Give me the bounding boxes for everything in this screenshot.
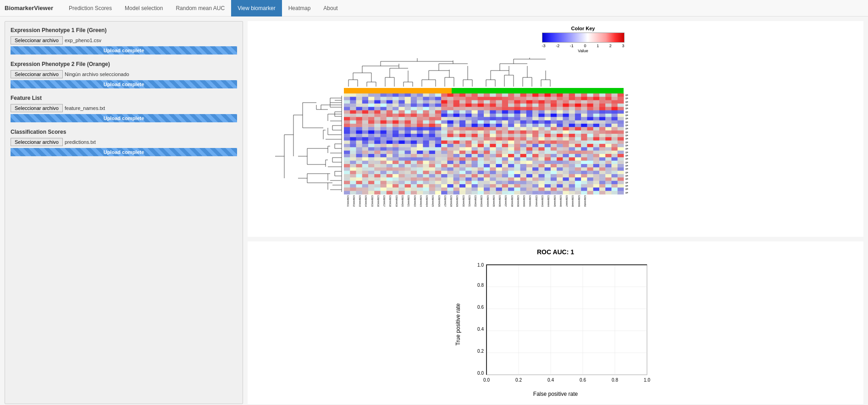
svg-rect-367 <box>417 110 423 114</box>
svg-rect-1326 <box>374 181 381 185</box>
svg-rect-815 <box>344 144 350 148</box>
svg-rect-582 <box>605 124 612 127</box>
nav-random-mean-auc[interactable]: Random mean AUC <box>169 0 231 16</box>
svg-rect-909 <box>356 151 363 154</box>
svg-rect-816 <box>350 144 356 148</box>
svg-rect-1356 <box>557 181 563 185</box>
svg-rect-1131 <box>587 164 593 168</box>
features-file-btn[interactable]: Seleccionar archivo <box>11 104 63 112</box>
svg-rect-1164 <box>508 167 514 171</box>
svg-rect-307 <box>611 104 618 107</box>
svg-rect-1418 <box>374 187 381 191</box>
svg-rect-214 <box>605 97 612 100</box>
svg-rect-688 <box>411 134 417 137</box>
svg-rect-448 <box>350 117 356 120</box>
svg-rect-1260 <box>532 174 539 178</box>
svg-rect-922 <box>435 151 442 154</box>
svg-rect-407 <box>381 114 387 117</box>
svg-rect-1209 <box>502 171 509 175</box>
svg-rect-596 <box>411 127 417 131</box>
color-key-gradient <box>542 33 625 43</box>
svg-rect-919 <box>417 151 423 154</box>
svg-rect-416 <box>435 114 442 117</box>
svg-rect-674 <box>605 131 612 134</box>
svg-rect-165 <box>587 93 593 97</box>
nav-view-biomarker[interactable]: View biomarker <box>231 0 282 16</box>
svg-rect-237 <box>465 100 472 104</box>
svg-rect-1487 <box>514 191 520 195</box>
svg-rect-466 <box>459 117 466 120</box>
x-tick-0: 0.0 <box>483 378 490 383</box>
svg-rect-1102 <box>411 164 417 168</box>
svg-rect-713 <box>563 134 569 137</box>
svg-rect-513 <box>465 120 472 124</box>
svg-rect-1428 <box>435 187 442 191</box>
svg-rect-496 <box>362 120 369 124</box>
svg-rect-749 <box>502 137 509 141</box>
svg-rect-1308 <box>545 177 551 181</box>
svg-rect-790 <box>471 141 478 144</box>
pheno2-input-row: Seleccionar archivo Ningún archivo selec… <box>11 70 237 78</box>
svg-rect-1062 <box>447 161 453 164</box>
svg-rect-1220 <box>569 171 575 175</box>
svg-rect-151 <box>502 93 509 97</box>
nav-model-selection[interactable]: Model selection <box>118 0 169 16</box>
svg-rect-1132 <box>593 164 600 168</box>
svg-rect-227 <box>405 100 411 104</box>
svg-rect-1335 <box>429 181 436 185</box>
svg-rect-864 <box>362 147 369 151</box>
nav-heatmap[interactable]: Heatmap <box>282 0 317 16</box>
svg-rect-335 <box>502 107 509 110</box>
svg-rect-1015 <box>441 157 448 161</box>
scores-file-btn[interactable]: Seleccionar archivo <box>11 138 63 146</box>
svg-rect-443 <box>599 114 606 117</box>
svg-rect-653 <box>478 131 484 134</box>
svg-rect-1282 <box>387 177 393 181</box>
features-filename: feature_names.txt <box>65 105 105 111</box>
svg-text:gene5: gene5 <box>625 107 628 109</box>
svg-rect-761 <box>575 137 581 141</box>
svg-rect-639 <box>393 131 399 134</box>
svg-rect-937 <box>526 151 533 154</box>
svg-rect-1109 <box>453 164 460 168</box>
svg-rect-822 <box>387 144 393 148</box>
svg-rect-694 <box>447 134 453 137</box>
svg-rect-1050 <box>374 161 381 164</box>
svg-rect-1486 <box>508 191 514 195</box>
svg-rect-701 <box>490 134 496 137</box>
svg-rect-1071 <box>502 161 509 164</box>
svg-rect-584 <box>618 124 624 127</box>
svg-rect-427 <box>502 114 509 117</box>
svg-rect-962 <box>398 154 405 158</box>
svg-rect-1170 <box>545 167 551 171</box>
svg-rect-1019 <box>465 157 472 161</box>
svg-rect-887 <box>502 147 509 151</box>
svg-rect-444 <box>605 114 612 117</box>
svg-rect-251 <box>551 100 557 104</box>
svg-rect-445 <box>611 114 618 117</box>
svg-rect-1087 <box>599 161 606 164</box>
svg-rect-1056 <box>411 161 417 164</box>
svg-rect-210 <box>581 97 587 100</box>
nav-prediction-scores[interactable]: Prediction Scores <box>62 0 118 16</box>
svg-text:gene8: gene8 <box>625 117 628 120</box>
svg-rect-757 <box>551 137 557 141</box>
svg-rect-1297 <box>478 177 484 181</box>
svg-rect-538 <box>618 120 624 124</box>
svg-rect-866 <box>374 147 381 151</box>
pheno-bar-orange <box>344 88 452 93</box>
svg-text:gene7: gene7 <box>625 114 628 116</box>
svg-rect-843 <box>514 144 520 148</box>
svg-rect-1154 <box>447 167 453 171</box>
nav-about[interactable]: About <box>317 0 344 16</box>
svg-rect-594 <box>398 127 405 131</box>
pheno2-file-btn[interactable]: Seleccionar archivo <box>11 70 63 78</box>
svg-rect-700 <box>484 134 490 137</box>
pheno1-file-btn[interactable]: Seleccionar archivo <box>11 36 63 44</box>
svg-rect-976 <box>484 154 490 158</box>
features-input-row: Seleccionar archivo feature_names.txt <box>11 104 237 112</box>
svg-rect-1409 <box>599 184 606 188</box>
svg-rect-772 <box>362 141 369 144</box>
svg-rect-946 <box>581 151 587 154</box>
svg-rect-1064 <box>459 161 466 164</box>
